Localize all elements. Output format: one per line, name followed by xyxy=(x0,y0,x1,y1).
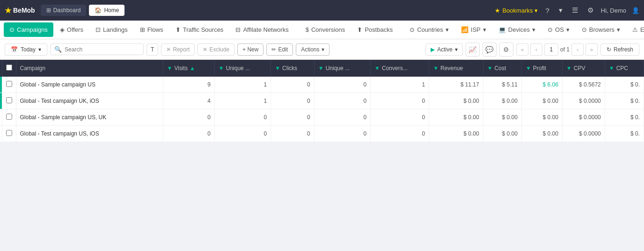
visits-cell: 4 xyxy=(163,93,214,109)
clicks-column-header[interactable]: ▼ Clicks xyxy=(271,60,315,77)
sidebar-item-campaigns[interactable]: ⊙ Campaigns xyxy=(4,22,53,37)
visits-column-header[interactable]: ▼ Visits ▲ xyxy=(163,60,214,77)
filter-icon-5: ▼ xyxy=(374,65,380,72)
profit-cell: $ 0.00 xyxy=(521,109,562,126)
cpv-column-header[interactable]: ▼ CPV xyxy=(562,60,605,77)
search-box: 🔍 xyxy=(50,43,144,55)
row-checkbox[interactable] xyxy=(6,114,12,120)
sidebar-item-os[interactable]: ⊙ OS ▾ xyxy=(542,22,575,37)
edit-label: Edit xyxy=(278,46,288,53)
sidebar-item-isp[interactable]: 📶 ISP ▾ xyxy=(455,22,492,37)
cpv-cell: $ 0.0000 xyxy=(562,93,605,109)
visits-cell: 0 xyxy=(163,109,214,126)
bookmarks-button[interactable]: ★ Bookmarks ▾ xyxy=(495,7,538,14)
row-checkbox-cell[interactable] xyxy=(2,77,16,93)
row-checkbox-cell[interactable] xyxy=(2,109,16,126)
search-input[interactable] xyxy=(65,46,121,53)
clicks-cell: 0 xyxy=(271,77,315,93)
actions-button[interactable]: Actions ▾ xyxy=(296,43,329,56)
menu-button[interactable]: ☰ xyxy=(570,4,580,16)
star-icon: ★ xyxy=(495,7,500,14)
page-input[interactable] xyxy=(544,43,558,56)
sidebar-item-flows[interactable]: ⊞ Flows xyxy=(134,22,169,37)
dashboard-label: Dashboard xyxy=(53,7,81,14)
sidebar-item-countries[interactable]: ⊙ Countries ▾ xyxy=(404,22,454,37)
help-button[interactable]: ? xyxy=(543,5,551,16)
clicks-label: Clicks xyxy=(282,65,297,72)
last-page-button[interactable]: » xyxy=(585,43,598,56)
cost-column-header[interactable]: ▼ Cost xyxy=(483,60,521,77)
sidebar-item-offers[interactable]: ◈ Offers xyxy=(54,22,89,37)
row-checkbox[interactable] xyxy=(6,97,12,103)
campaign-name-cell: Global - Test campaign UK, iOS xyxy=(16,93,163,109)
chevron-down-icon: ▾ xyxy=(534,7,538,14)
chart-button[interactable]: 📈 xyxy=(466,43,480,57)
chevron-down-icon: ▾ xyxy=(446,26,449,33)
unique-visits-column-header[interactable]: ▼ Unique ... xyxy=(214,60,271,77)
table-row[interactable]: Global - Sample campaign US91001$ 11.17$… xyxy=(0,77,644,93)
report-button[interactable]: ✕ Report xyxy=(161,43,195,56)
edit-button[interactable]: ✏ Edit xyxy=(266,43,293,56)
campaign-column-header[interactable]: Campaign xyxy=(16,60,163,77)
unique-visits-label: Unique ... xyxy=(226,65,250,72)
table-row[interactable]: Global - Sample campaign US, UK00000$ 0.… xyxy=(0,109,644,126)
revenue-column-header[interactable]: ▼ Revenue xyxy=(429,60,483,77)
row-checkbox[interactable] xyxy=(6,130,12,136)
next-page-button[interactable]: › xyxy=(571,43,584,56)
filter-icon-4: ▼ xyxy=(318,65,324,72)
message-button[interactable]: 💬 xyxy=(483,43,497,57)
unique_clicks-cell: 0 xyxy=(314,109,370,126)
date-picker-button[interactable]: 📅 Today ▾ xyxy=(5,43,47,56)
sidebar-item-postbacks[interactable]: ⬆ Postbacks xyxy=(351,22,398,37)
row-checkbox-cell[interactable] xyxy=(2,126,16,142)
isp-label: ISP xyxy=(471,26,481,33)
select-all-header[interactable] xyxy=(2,60,16,77)
settings-button[interactable]: ⚙ xyxy=(585,4,595,16)
countries-icon: ⊙ xyxy=(410,26,415,33)
revenue-cell: $ 0.00 xyxy=(429,109,483,126)
refresh-button[interactable]: ↻ Refresh xyxy=(600,43,639,56)
table-row[interactable]: Global - Test campaign UK, iOS41000$ 0.0… xyxy=(0,93,644,109)
devices-label: Devices xyxy=(508,26,530,33)
chevron-down-icon-os: ▾ xyxy=(566,26,570,33)
new-button[interactable]: + New xyxy=(237,43,263,56)
sidebar-item-browsers[interactable]: ⊙ Browsers ▾ xyxy=(576,22,626,37)
notification-button[interactable]: ▾ xyxy=(557,4,564,16)
settings-columns-button[interactable]: ⚙ xyxy=(499,43,513,57)
exclude-button[interactable]: ✕ Exclude xyxy=(198,43,234,56)
profit-column-header[interactable]: ▼ Profit xyxy=(521,60,562,77)
visits-label: Visits xyxy=(174,65,187,72)
filter-button[interactable]: T xyxy=(146,43,158,56)
filter-icon-8: ▼ xyxy=(526,65,531,72)
cpc-label: CPC xyxy=(616,65,628,72)
cpv-cell: $ 0.5672 xyxy=(562,77,605,93)
new-label: + New xyxy=(242,46,258,53)
table-row[interactable]: Global - Test campaign US, iOS00000$ 0.0… xyxy=(0,126,644,142)
sidebar-item-devices[interactable]: 💻 Devices ▾ xyxy=(493,22,541,37)
sidebar-item-errors[interactable]: ⚠ Errors xyxy=(627,22,644,37)
postbacks-icon: ⬆ xyxy=(357,26,362,33)
sidebar-item-conversions[interactable]: $ Conversions xyxy=(300,22,351,37)
cpc-column-header[interactable]: ▼ CPC xyxy=(605,60,644,77)
conversions-column-header[interactable]: ▼ Convers... xyxy=(371,60,429,77)
sub-navigation: ⊙ Campaigns ◈ Offers ⊡ Landings ⊞ Flows … xyxy=(0,21,644,39)
revenue-cell: $ 0.00 xyxy=(429,93,483,109)
browsers-label: Browsers xyxy=(589,26,615,33)
unique-clicks-column-header[interactable]: ▼ Unique ... xyxy=(314,60,370,77)
campaign-name-cell: Global - Sample campaign US xyxy=(16,77,163,93)
first-page-button[interactable]: « xyxy=(516,43,528,56)
top-nav-right: ★ Bookmarks ▾ ? ▾ ☰ ⚙ Hi, Demo 👤 xyxy=(495,4,639,16)
devices-icon: 💻 xyxy=(498,26,506,33)
prev-page-button[interactable]: ‹ xyxy=(530,43,542,56)
sidebar-item-traffic-sources[interactable]: ⬆ Traffic Sources xyxy=(170,22,229,37)
select-all-checkbox[interactable] xyxy=(6,65,12,71)
dashboard-tab[interactable]: ⊞ Dashboard xyxy=(41,5,87,16)
home-tab[interactable]: 🏠 Home xyxy=(89,5,124,16)
row-checkbox[interactable] xyxy=(6,81,12,87)
row-checkbox-cell[interactable] xyxy=(2,93,16,109)
report-label: Report xyxy=(173,46,190,53)
sidebar-item-landings[interactable]: ⊡ Landings xyxy=(90,22,133,37)
active-filter-button[interactable]: ▶ Active ▾ xyxy=(425,43,463,56)
sidebar-item-affiliate-networks[interactable]: ⊟ Affilate Networks xyxy=(230,22,294,37)
visits-cell: 0 xyxy=(163,126,214,142)
